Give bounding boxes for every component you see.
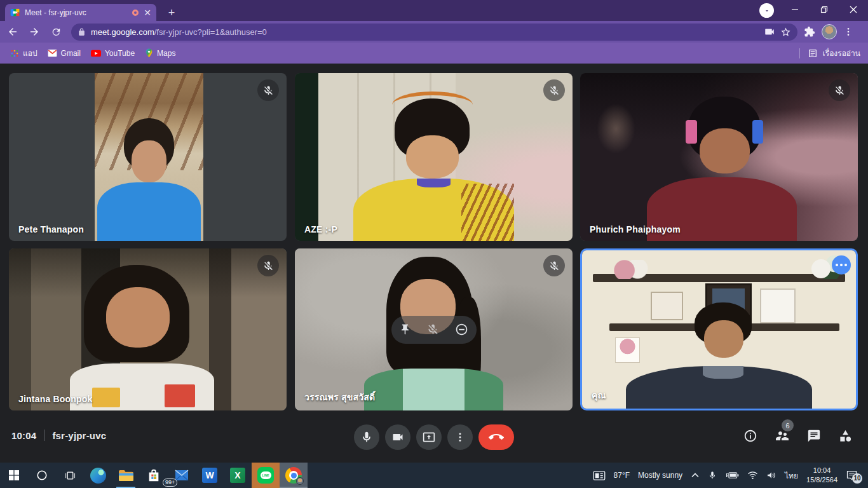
video-feed <box>580 73 858 241</box>
video-feed <box>9 73 287 241</box>
tray-wifi-icon[interactable] <box>747 471 758 480</box>
video-feed <box>9 248 287 410</box>
participant-name: Phurich Phaiphayom <box>590 224 681 234</box>
tray-volume-icon[interactable] <box>766 471 776 480</box>
participant-name: Pete Thanapon <box>18 224 84 234</box>
remove-participant-icon[interactable] <box>455 323 468 336</box>
meeting-code: fsr-yjpr-uvc <box>52 430 106 441</box>
mic-muted-icon <box>829 79 850 101</box>
participant-tile-self[interactable]: คุณ <box>580 248 858 410</box>
bookmarks-bar: แอป Gmail YouTube Maps <box>0 43 868 64</box>
bookmark-label: YouTube <box>105 49 135 58</box>
video-feed <box>582 250 856 409</box>
word-icon: W <box>202 468 217 483</box>
taskbar-word-button[interactable]: W <box>196 463 224 488</box>
participant-tile-jintana[interactable]: Jintana Boonpok <box>9 248 287 410</box>
browser-profile-avatar[interactable] <box>822 24 837 39</box>
caret-down-icon <box>764 8 770 14</box>
tray-microphone-icon[interactable] <box>708 470 717 480</box>
info-icon <box>743 429 757 443</box>
new-tab-button[interactable]: + <box>164 5 179 20</box>
bookmark-star-icon[interactable] <box>780 27 791 37</box>
taskbar-excel-button[interactable]: X <box>224 463 252 488</box>
call-end-icon <box>489 430 504 445</box>
bookmark-apps[interactable]: แอป <box>10 47 37 59</box>
participant-name: วรรณพร สุขสวัสดิ์ <box>304 390 375 404</box>
back-button[interactable] <box>4 23 22 41</box>
meeting-details-button[interactable] <box>743 429 757 443</box>
bookmark-label: Maps <box>157 49 175 58</box>
participant-name: คุณ <box>592 388 606 402</box>
task-view-icon <box>64 470 76 481</box>
show-participants-button[interactable]: 6 <box>775 428 790 444</box>
window-minimize-button[interactable] <box>780 0 810 19</box>
maps-pin-icon <box>145 48 153 58</box>
bookmark-maps[interactable]: Maps <box>145 48 175 58</box>
participant-tile-phurich[interactable]: Phurich Phaiphayom <box>580 73 858 241</box>
mic-toggle-button[interactable] <box>354 424 379 450</box>
activities-shapes-icon <box>838 429 853 444</box>
pin-participant-icon[interactable] <box>399 323 411 336</box>
chrome-icon <box>285 467 302 484</box>
task-view-button[interactable] <box>56 463 84 488</box>
lock-icon <box>78 28 86 36</box>
taskbar-line-button[interactable]: LINE <box>252 463 280 488</box>
reading-list-icon <box>808 48 818 58</box>
meet-bottom-bar: 10:04 fsr-yjpr-uvc <box>0 411 868 463</box>
meet-favicon-icon <box>10 8 20 17</box>
bookmark-youtube[interactable]: YouTube <box>91 49 135 58</box>
tray-language-indicator[interactable]: ไทย <box>785 470 798 482</box>
mic-muted-icon <box>257 79 279 101</box>
action-center-button[interactable]: 10 <box>846 470 858 481</box>
window-restore-button[interactable] <box>810 0 839 19</box>
titlebar-profile-chip[interactable] <box>759 3 774 18</box>
present-screen-button[interactable] <box>416 424 442 450</box>
leave-call-button[interactable] <box>478 424 514 450</box>
start-button[interactable] <box>0 463 28 488</box>
mic-muted-icon <box>543 255 565 276</box>
participant-tile-pete[interactable]: Pete Thanapon <box>9 73 287 241</box>
taskbar-chrome-button[interactable] <box>280 463 308 488</box>
weather-temperature[interactable]: 87°F <box>614 471 630 480</box>
weather-condition[interactable]: Mostly sunny <box>638 471 682 480</box>
participant-tile-aze[interactable]: AZE :-P <box>295 73 573 241</box>
reading-list-button[interactable]: เรื่องรออ่าน <box>823 47 860 59</box>
browser-tab[interactable]: Meet - fsr-yjpr-uvc ✕ <box>5 4 156 21</box>
activities-button[interactable] <box>838 429 853 444</box>
tray-battery-icon[interactable] <box>725 471 739 480</box>
taskbar-mail-button[interactable]: 99+ <box>168 463 196 488</box>
reload-button[interactable] <box>47 23 65 41</box>
camera-toggle-button[interactable] <box>385 424 410 450</box>
camera-in-use-icon[interactable] <box>764 26 775 37</box>
taskbar-search-button[interactable] <box>28 463 56 488</box>
forward-button[interactable] <box>25 23 43 41</box>
address-bar[interactable]: meet.google.com/fsr-yjpr-uvc?pli=1&authu… <box>71 24 797 41</box>
chat-icon <box>807 429 821 443</box>
browser-titlebar: Meet - fsr-yjpr-uvc ✕ + <box>0 0 868 21</box>
news-widget-icon[interactable] <box>593 470 606 481</box>
tray-time: 10:04 <box>806 466 837 475</box>
mic-muted-icon <box>257 255 279 276</box>
taskbar-edge-button[interactable] <box>84 463 112 488</box>
bookmark-gmail[interactable]: Gmail <box>48 49 81 58</box>
tab-close-icon[interactable]: ✕ <box>144 8 151 17</box>
tab-title: Meet - fsr-yjpr-uvc <box>25 8 127 17</box>
windows-taskbar: 99+ W X LINE 87°F Mostly sunny <box>0 463 868 488</box>
browser-menu-kebab-icon[interactable] <box>843 27 853 37</box>
bookmarks-divider <box>799 48 800 58</box>
self-tile-more-options-button[interactable] <box>832 255 851 274</box>
excel-icon: X <box>230 468 245 483</box>
extensions-puzzle-icon[interactable] <box>804 26 815 37</box>
divider <box>44 430 44 441</box>
more-options-button[interactable] <box>447 424 473 450</box>
tray-chevron-up-icon[interactable] <box>691 472 700 478</box>
chat-button[interactable] <box>807 429 821 443</box>
search-icon <box>36 470 48 481</box>
url-text: meet.google.com/fsr-yjpr-uvc?pli=1&authu… <box>91 27 759 37</box>
window-close-button[interactable] <box>839 0 868 19</box>
tray-clock[interactable]: 10:04 15/8/2564 <box>806 466 837 485</box>
taskbar-file-explorer-button[interactable] <box>112 463 140 488</box>
participant-tile-wannaporn[interactable]: วรรณพร สุขสวัสดิ์ <box>295 248 573 410</box>
mute-participant-icon[interactable] <box>427 323 439 336</box>
present-icon <box>423 431 435 444</box>
